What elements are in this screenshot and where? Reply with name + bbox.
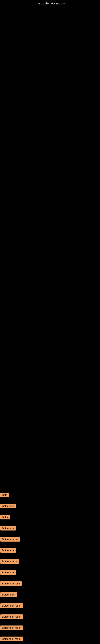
bottleneck-result-badge[interactable]: Bottleneck re (0, 559, 19, 564)
list-item: Bottleneck res (0, 535, 100, 544)
list-item: Bottleneck result (0, 601, 100, 611)
content-area: BottlBottleneckBottleBottleneckBottlenec… (0, 489, 100, 644)
list-item: Bottl (0, 491, 100, 500)
list-item: Bottleneck re (0, 557, 100, 566)
bottleneck-result-badge[interactable]: Bottleneck result (0, 626, 23, 630)
bottleneck-result-badge[interactable]: Bottleneck (0, 570, 16, 575)
list-item: Bottleneck (0, 546, 100, 556)
list-item: Bottleneck (0, 502, 100, 511)
list-item: Bottleneck result (0, 634, 100, 644)
list-item: Bottleneck resu (0, 579, 100, 589)
list-item: Bottleneck (0, 524, 100, 533)
list-item: Bottleneck (0, 568, 100, 578)
list-item: Bottleneck r (0, 590, 100, 600)
bottleneck-result-badge[interactable]: Bottleneck (0, 548, 16, 553)
bottleneck-result-badge[interactable]: Bottle (0, 515, 10, 520)
bottleneck-result-badge[interactable]: Bottleneck result (0, 636, 23, 641)
list-item: Bottleneck result (0, 624, 100, 633)
site-title: TheBottlenecker.com (0, 0, 100, 6)
bottleneck-result-badge[interactable]: Bottleneck (0, 504, 16, 508)
list-item: Bottle (0, 513, 100, 522)
bottleneck-result-badge[interactable]: Bottleneck res (0, 537, 20, 542)
bottleneck-result-badge[interactable]: Bottleneck (0, 526, 16, 530)
list-item: Bottleneck result (0, 612, 100, 622)
bottleneck-result-badge[interactable]: Bottleneck resu (0, 581, 22, 586)
bottleneck-result-badge[interactable]: Bottleneck result (0, 614, 23, 619)
bottleneck-result-badge[interactable]: Bottleneck result (0, 603, 23, 608)
bottleneck-result-badge[interactable]: Bottl (0, 493, 9, 497)
bottleneck-result-badge[interactable]: Bottleneck r (0, 592, 17, 597)
